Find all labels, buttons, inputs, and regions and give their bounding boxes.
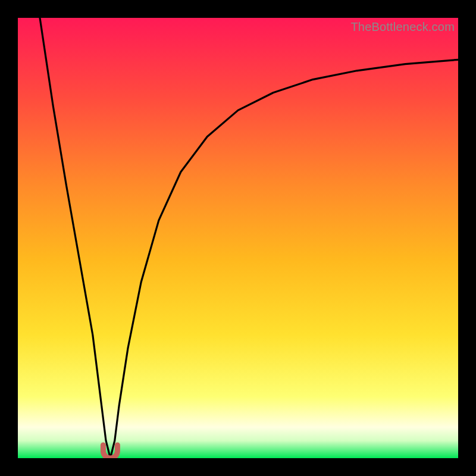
chart-frame: TheBottleneck.com: [18, 18, 458, 458]
gradient-background: [18, 18, 458, 458]
watermark-text: TheBottleneck.com: [350, 20, 455, 34]
bottleneck-chart: [18, 18, 458, 458]
